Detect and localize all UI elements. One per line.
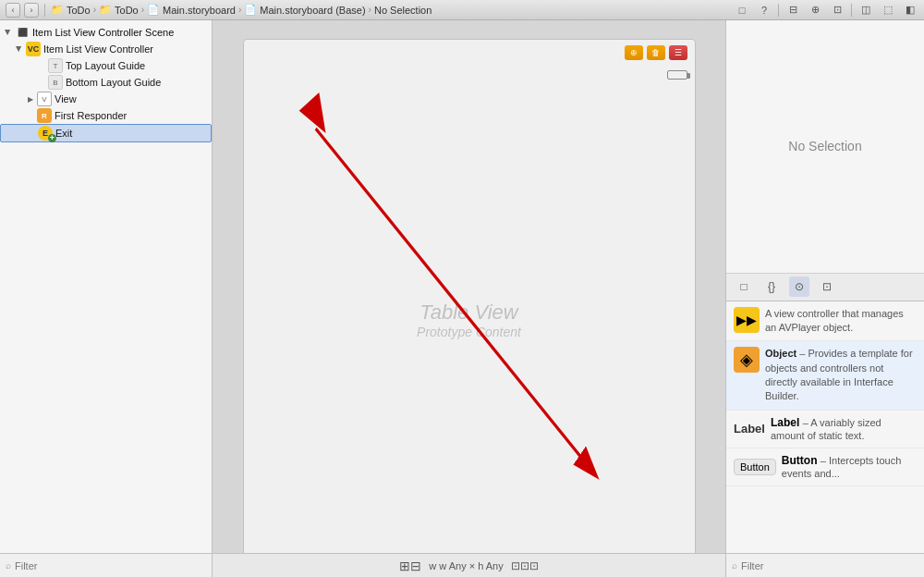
top-guide-label: Top Layout Guide bbox=[66, 60, 145, 71]
avplayer-icon: ▶▶ bbox=[734, 307, 760, 333]
exit-icon: E + bbox=[38, 126, 53, 141]
exit-circle-icon: E + bbox=[38, 126, 53, 141]
first-responder-label: First Responder bbox=[55, 110, 127, 121]
object-icon: ◈ bbox=[734, 347, 760, 373]
canvas-size-icons: ⊞⊟ bbox=[399, 559, 421, 573]
inspector-tabs: □ {} ⊙ ⊡ bbox=[726, 274, 924, 301]
breadcrumb-folder-icon: 📁 bbox=[51, 4, 64, 16]
sidebar-item-exit[interactable]: ▶ E + Exit bbox=[0, 124, 212, 142]
phone-content: Table View Prototype Content bbox=[244, 84, 695, 553]
phone-toolbar-btn-1[interactable]: ⊕ bbox=[625, 45, 643, 60]
quick-help-icon[interactable]: ? bbox=[756, 2, 772, 18]
canvas-area: ⊕ 🗑 ☰ Table View Prototype Content bbox=[213, 20, 725, 577]
utilities-icon[interactable]: ◧ bbox=[902, 2, 918, 18]
breadcrumb-file-icon2: 📄 bbox=[244, 4, 257, 16]
sidebar-item-top-guide[interactable]: ▶ T Top Layout Guide bbox=[0, 57, 212, 74]
library-item-avplayer[interactable]: ▶▶ A view controller that manages an AVP… bbox=[726, 301, 924, 342]
table-view-label: Table View bbox=[419, 301, 517, 325]
label-display-icon: Label bbox=[734, 422, 765, 436]
assistant-editor-icon[interactable]: ⊕ bbox=[807, 2, 823, 18]
avplayer-text: A view controller that manages an AVPlay… bbox=[765, 307, 917, 336]
vc-icon: VC bbox=[26, 42, 41, 56]
phone-status-bar bbox=[244, 66, 695, 84]
scene-disclosure[interactable]: ▶ bbox=[4, 28, 13, 37]
version-editor-icon[interactable]: ⊡ bbox=[829, 2, 845, 18]
sidebar-tree: ▶ ⬛ Item List View Controller Scene ▶ VC… bbox=[0, 20, 212, 553]
sidebar-filter-input[interactable] bbox=[15, 560, 206, 571]
breadcrumb-no-selection: No Selection bbox=[374, 5, 432, 16]
canvas-bottom-bar: ⊞⊟ w w Any × h Any ⊡⊡⊡ bbox=[213, 553, 725, 577]
inspector-tab-attributes[interactable]: ⊡ bbox=[817, 276, 837, 297]
button-display-icon: Button bbox=[734, 459, 776, 475]
top-bar: ‹ › 📁 ToDo › 📁 ToDo › 📄 Main.storyboard … bbox=[0, 0, 924, 20]
phone-toolbar-btn-3[interactable]: ☰ bbox=[669, 45, 687, 60]
forward-button[interactable]: › bbox=[24, 3, 39, 18]
vc-disclosure[interactable]: ▶ bbox=[15, 44, 24, 54]
sidebar-item-vc[interactable]: ▶ VC Item List View Controller bbox=[0, 41, 212, 57]
canvas-scroll[interactable]: ⊕ 🗑 ☰ Table View Prototype Content bbox=[213, 20, 725, 553]
breadcrumb-file-icon: 📄 bbox=[147, 4, 160, 16]
responder-icon: R bbox=[37, 108, 52, 123]
right-filter-input[interactable] bbox=[741, 560, 918, 571]
navigator-icon[interactable]: ◫ bbox=[857, 2, 874, 18]
library-item-label[interactable]: Label Label – A variably sized amount of… bbox=[726, 411, 924, 448]
view-disclosure[interactable]: ▶ bbox=[26, 94, 35, 104]
library-item-button[interactable]: Button Button – Intercepts touch events … bbox=[726, 448, 924, 486]
label-display-row: Label Label – A variably sized amount of… bbox=[734, 416, 917, 442]
breadcrumb-todo2[interactable]: ToDo bbox=[115, 5, 139, 16]
object-text: Object – Provides a template for objects… bbox=[765, 347, 917, 404]
breadcrumb: 📁 ToDo › 📁 ToDo › 📄 Main.storyboard › 📄 … bbox=[51, 4, 730, 16]
exit-plus-badge: + bbox=[48, 134, 56, 142]
file-inspector-icon[interactable]: □ bbox=[734, 2, 750, 18]
breadcrumb-todo1[interactable]: ToDo bbox=[67, 5, 91, 16]
no-selection-area: No Selection bbox=[726, 20, 924, 274]
right-panel: No Selection □ {} ⊙ ⊡ ▶▶ A view controll… bbox=[725, 20, 924, 577]
button-display-row: Button Button – Intercepts touch events … bbox=[734, 454, 917, 480]
canvas-resize-icons: ⊡⊡⊡ bbox=[511, 559, 539, 572]
breadcrumb-storyboard[interactable]: Main.storyboard bbox=[163, 5, 236, 16]
breadcrumb-folder-icon2: 📁 bbox=[99, 4, 112, 16]
exit-label: Exit bbox=[55, 128, 72, 139]
standard-editor-icon[interactable]: ⊟ bbox=[784, 2, 801, 18]
top-guide-icon: T bbox=[48, 58, 63, 73]
inspector-tab-quick-help[interactable]: {} bbox=[761, 276, 782, 297]
main-layout: ▶ ⬛ Item List View Controller Scene ▶ VC… bbox=[0, 20, 924, 577]
back-button[interactable]: ‹ bbox=[6, 3, 20, 18]
right-filter-bar: ⌕ bbox=[726, 553, 924, 577]
toolbar-right: □ ? ⊟ ⊕ ⊡ ◫ ⬚ ◧ bbox=[734, 2, 918, 18]
prototype-label: Prototype Content bbox=[417, 325, 521, 339]
button-title: Button bbox=[782, 454, 818, 467]
label-title: Label bbox=[771, 416, 799, 429]
sidebar: ▶ ⬛ Item List View Controller Scene ▶ VC… bbox=[0, 20, 213, 577]
scene-title: Item List View Controller Scene bbox=[32, 27, 174, 38]
debug-icon[interactable]: ⬚ bbox=[880, 2, 896, 18]
inspector-tab-file[interactable]: □ bbox=[734, 276, 754, 297]
view-label: View bbox=[55, 93, 77, 104]
no-selection-label: No Selection bbox=[788, 139, 861, 153]
library-item-object[interactable]: ◈ Object – Provides a template for objec… bbox=[726, 341, 924, 411]
battery-icon bbox=[667, 70, 687, 80]
phone-top-bar: ⊕ 🗑 ☰ bbox=[244, 40, 695, 66]
phone-toolbar-btn-2[interactable]: 🗑 bbox=[647, 45, 665, 60]
sidebar-item-first-responder[interactable]: ▶ R First Responder bbox=[0, 107, 212, 124]
view-icon: V bbox=[37, 92, 52, 106]
inspector-tab-identity[interactable]: ⊙ bbox=[789, 276, 809, 297]
vc-label: Item List View Controller bbox=[43, 43, 153, 55]
scene-icon: ⬛ bbox=[15, 25, 30, 40]
sidebar-filter-icon: ⌕ bbox=[6, 560, 11, 571]
sidebar-item-bottom-guide[interactable]: ▶ B Bottom Layout Guide bbox=[0, 74, 212, 91]
sidebar-filter-bar: ⌕ bbox=[0, 553, 212, 577]
object-title: Object bbox=[765, 348, 796, 359]
canvas-size-label: w w Any × h Any bbox=[429, 560, 503, 571]
phone-frame: ⊕ 🗑 ☰ Table View Prototype Content bbox=[243, 39, 696, 553]
bottom-guide-label: Bottom Layout Guide bbox=[66, 77, 161, 88]
scene-header[interactable]: ▶ ⬛ Item List View Controller Scene bbox=[0, 24, 212, 41]
breadcrumb-storyboard-base[interactable]: Main.storyboard (Base) bbox=[260, 5, 365, 16]
library-list: ▶▶ A view controller that manages an AVP… bbox=[726, 301, 924, 554]
bottom-guide-icon: B bbox=[48, 75, 63, 90]
right-filter-icon: ⌕ bbox=[732, 560, 737, 571]
sidebar-item-view[interactable]: ▶ V View bbox=[0, 91, 212, 107]
